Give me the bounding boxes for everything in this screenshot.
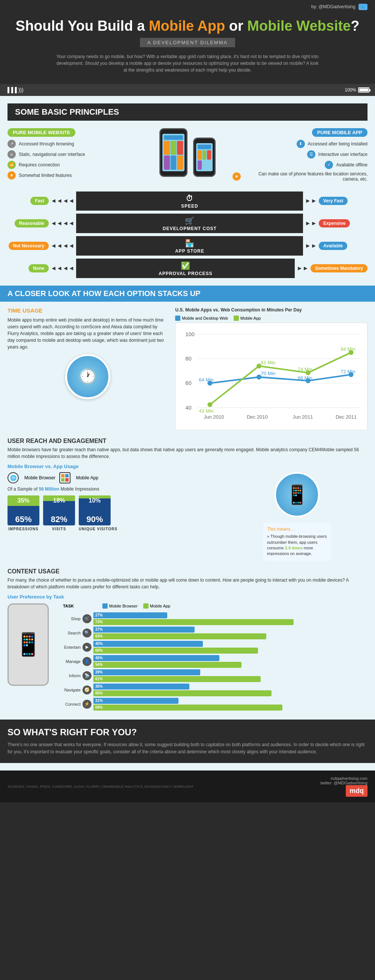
comp-cost-right: Expensive (319, 219, 367, 228)
website-feature-1: ↗ Accessed through browsing (8, 140, 142, 148)
task-icon-inform: 📡 (83, 671, 91, 680)
features-icon: ★ (233, 172, 241, 181)
bars-pair-entertain: 40% 60% (93, 641, 367, 654)
cost-label-text: DEVELOPMENT COST (163, 226, 217, 231)
browser-legend-dot (102, 603, 108, 609)
bar-app-manage: 54% (93, 662, 241, 668)
phone-screen-big (163, 134, 185, 171)
app-feature-text-4: Can make use of phone features like loca… (244, 171, 367, 182)
svg-text:74 Min: 74 Min (298, 366, 313, 372)
bar-pct-manage-app: 54% (95, 663, 103, 667)
user-reach-body: Mobile browsers have far greater reach t… (8, 446, 367, 460)
website-feature-2: ≡ Static, navigational user interface (8, 150, 142, 159)
clock-illustration: 🕐 (65, 354, 110, 399)
svg-text:Jun 2010: Jun 2010 (204, 414, 224, 420)
phone-hand-illustration: 📱 (274, 472, 319, 517)
bars-pair-navigate: 35% 65% (93, 684, 367, 696)
bar-browser-connect: 31% (93, 698, 179, 704)
mobile-browser-icon: 🌐 (8, 472, 19, 484)
bar-browser-manage: 46% (93, 655, 219, 661)
arrow-right-2: ►► (305, 220, 317, 227)
task-icon-entertain: ▶ (83, 643, 91, 652)
content-usage-body: For many, the choice of whether to pursu… (8, 577, 367, 590)
reach-right: 📱 This means... » Though mobile-browsing… (227, 472, 367, 561)
svg-text:94 Min: 94 Min (340, 346, 355, 352)
app-legend-item: Mobile App (143, 603, 170, 609)
bar-pct-entertain-app: 60% (95, 648, 103, 652)
comp-cost-left: Reasonable (8, 219, 49, 228)
so-what-title: SO WHAT'S RIGHT FOR YOU? (8, 727, 367, 738)
phones-illustration (150, 128, 225, 177)
task-chart-title: User Preference by Task (8, 594, 367, 600)
title-part1: Should You Build a (16, 18, 149, 34)
comp-speed-right: Very Fast (319, 197, 367, 205)
subtitle-banner: A DEVELOPMENT DILEMMA (140, 38, 235, 47)
bar-browser-shop: 27% (93, 612, 167, 618)
imp-top-pct-3: 10% (79, 495, 111, 504)
svg-text:80: 80 (186, 356, 191, 362)
reach-layout: 🌐 Mobile Browser Mobile App Of a Sample … (8, 472, 367, 561)
store-right-val: Available (319, 242, 347, 250)
task-name-inform: Inform (56, 673, 81, 678)
approval-left-val: None (29, 264, 49, 272)
bar-browser-navigate: 35% (93, 684, 189, 690)
footer-website: mdqadvertising.com (321, 776, 367, 781)
screen-row-1 (164, 135, 183, 140)
app-feature-3: Available offline ✓ (233, 161, 367, 169)
bar-pct-manage-browser: 46% (95, 656, 103, 660)
nav-icon: ≡ (8, 150, 16, 159)
app-feature-4: Can make use of phone features like loca… (233, 171, 367, 182)
task-name-shop: Shop (56, 616, 81, 621)
arrow-right-3: ►► (305, 242, 317, 249)
comp-approval-right: Sometimes Mandatory (311, 264, 367, 272)
imp-bar-visits: 18% 82% VISITS (43, 495, 75, 531)
footer-right: mdqadvertising.com twitter: @MDGadvertis… (321, 776, 367, 797)
chart-svg: 100 80 60 40 Jun 2010 Dec 2010 Jun 2011 (179, 327, 363, 425)
comp-store-left: Not Necessary (8, 242, 49, 250)
footer-sources: SOURCES: YAHOO, IPSOS, COMSCORE, ALEXA, … (8, 785, 193, 789)
offline-icon: ✓ (325, 161, 333, 169)
task-label-header: TASK (56, 604, 81, 608)
imp-title-3: UNIQUE VISITORS (79, 527, 117, 531)
website-label: PURE MOBILE WEBSITE (8, 128, 75, 137)
task-name-search: Search (56, 631, 81, 635)
touch-icon: ☰ (307, 150, 315, 159)
bar-browser-search: 37% (93, 627, 195, 633)
content-area: SOME BASIC PRINCIPLES PURE MOBILE WEBSIT… (0, 96, 375, 771)
website-feature-text-1: Accessed through browsing (19, 141, 74, 146)
time-usage-chart: U.S. Mobile Apps vs. Web Consumption in … (175, 307, 367, 431)
app-dot-s-2 (203, 150, 207, 160)
bars-pair-shop: 27% 73% (93, 612, 367, 625)
battery-area: 100% (345, 88, 369, 92)
imp-bottom-2: 82% (43, 515, 75, 523)
comp-store-right: Available (319, 242, 367, 250)
website-feature-text-2: Static, navigational user interface (19, 152, 85, 157)
time-usage-section: TIME USAGE Mobile apps trump entire web … (8, 307, 367, 431)
cost-left-val: Reasonable (14, 219, 49, 228)
phone-small (193, 138, 215, 177)
app-cell-4 (65, 478, 69, 482)
infographic: by: @MDGadvertising 🐦 Should You Build a… (0, 0, 375, 802)
bar-pct-inform-app: 61% (95, 677, 103, 681)
main-title: Should You Build a Mobile App or Mobile … (15, 18, 360, 35)
app-label: PURE MOBILE APP (312, 128, 367, 137)
comp-approval-label: ✅ APPROVAL PROCESS (76, 259, 295, 278)
approval-label-text: APPROVAL PROCESS (159, 271, 212, 276)
store-left-val: Not Necessary (9, 242, 49, 250)
twitter-icon[interactable]: 🐦 (359, 4, 367, 10)
arrow-left-1: ◄◄◄◄ (51, 197, 74, 204)
bar-app-connect: 69% (93, 705, 282, 711)
imp-green-2: 18% (43, 495, 75, 501)
browser-legend-item: Mobile Browser (102, 603, 137, 609)
bar-app-search: 63% (93, 633, 266, 640)
imp-green-3: 10% (79, 495, 111, 498)
svg-text:60: 60 (186, 380, 191, 386)
bar-pct-shop-app: 73% (95, 620, 103, 624)
web-legend-icon (175, 315, 180, 321)
closer-look-header: A CLOSER LOOK AT HOW EACH OPTION STACKS … (0, 286, 375, 302)
bar-pct-inform-browser: 39% (95, 670, 103, 674)
task-name-manage: Manage (56, 659, 81, 664)
reach-sub-label: Mobile Browser vs. App Usage (8, 464, 367, 469)
app-cell-2 (65, 474, 69, 477)
svg-text:100: 100 (186, 331, 195, 337)
